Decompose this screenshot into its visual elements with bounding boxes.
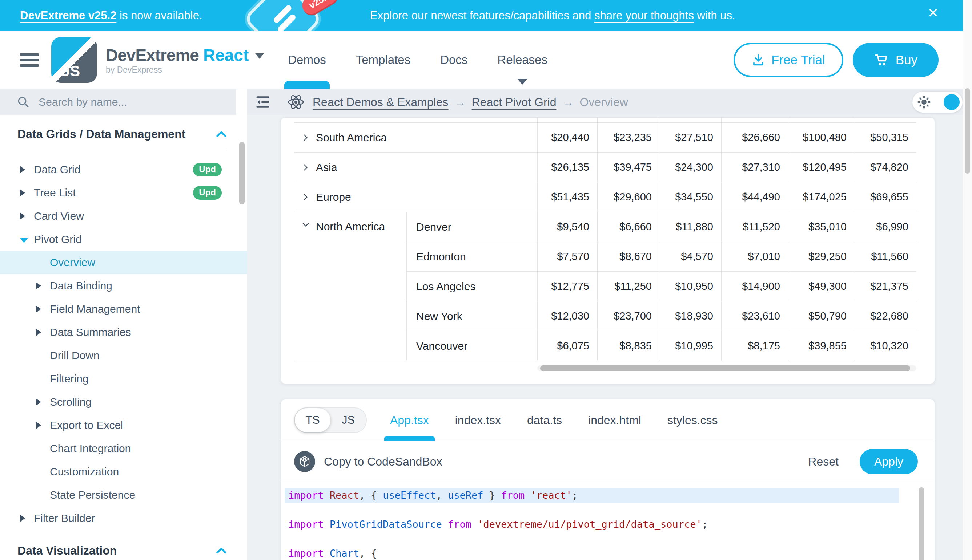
demo-sidebar: Data Grids / Data Management Data GridUp… [0, 89, 247, 560]
section-data-visualization[interactable]: Data Visualization [0, 540, 247, 560]
collapse-sidebar-icon[interactable] [254, 94, 271, 110]
ts-js-toggle[interactable]: TSJS [294, 407, 367, 433]
sidebar-item-label: Field Management [50, 303, 140, 315]
banner-left-suffix: is now available. [116, 9, 202, 22]
buy-button[interactable]: Buy [853, 43, 939, 77]
chevron-down-icon [517, 79, 527, 85]
sidebar-item-label: Overview [50, 257, 95, 269]
sidebar-item-overview[interactable]: Overview [0, 251, 247, 274]
breadcrumb-separator: → [562, 95, 574, 109]
triangle-right-icon [36, 329, 41, 336]
code-line: import React, { useEffect, useRef } from… [284, 488, 899, 503]
free-trial-button[interactable]: Free Trial [734, 43, 843, 77]
sidebar-item-filtering[interactable]: Filtering [0, 367, 247, 390]
lang-ts-option[interactable]: TS [295, 408, 330, 432]
nav-templates[interactable]: Templates [355, 31, 412, 89]
theme-toggle[interactable] [912, 92, 962, 113]
pivot-value-cell: $8,835 [597, 331, 660, 361]
pivot-value-cell: $11,560 [855, 242, 917, 272]
expand-chevron-icon[interactable] [301, 133, 310, 142]
triangle-down-icon [20, 238, 28, 243]
product-switcher[interactable]: DevExtremeReact by DevExpress [106, 45, 264, 75]
sidebar-item-state-persistence[interactable]: State Persistence [0, 483, 247, 507]
page-scrollbar[interactable] [963, 0, 972, 560]
sidebar-item-tree-list[interactable]: Tree ListUpd [0, 181, 247, 205]
pivot-row-north-america[interactable]: North America [294, 212, 407, 361]
sidebar-item-data-summaries[interactable]: Data Summaries [0, 321, 247, 344]
pivot-value-cell: $35,010 [788, 212, 855, 242]
react-icon [287, 93, 304, 111]
breadcrumb-demos-link[interactable]: React Demos & Examples [313, 95, 448, 109]
row-label: Europe [316, 191, 351, 203]
tab-index-tsx[interactable]: index.tsx [455, 400, 501, 441]
tab-data-ts[interactable]: data.ts [527, 400, 562, 441]
sidebar-item-field-management[interactable]: Field Management [0, 297, 247, 321]
sidebar-item-scrolling[interactable]: Scrolling [0, 390, 247, 413]
sidebar-item-chart-integration[interactable]: Chart Integration [0, 437, 247, 460]
pivot-value-cell: $14,900 [721, 272, 788, 302]
sidebar-item-filter-builder[interactable]: Filter Builder [0, 507, 247, 530]
banner-left-text: DevExtreme v25.2 is now available. [20, 9, 202, 22]
pivot-row-asia[interactable]: Asia [294, 153, 537, 182]
code-scrollbar[interactable] [918, 487, 924, 560]
devextreme-js-logo[interactable]: JS [51, 37, 97, 83]
pivot-value-cell: $9,540 [537, 212, 597, 242]
buy-label: Buy [896, 53, 917, 67]
tab-app-tsx[interactable]: App.tsx [390, 400, 429, 441]
pivot-value-cell: $120,495 [788, 153, 855, 182]
pivot-header-sliver [660, 118, 721, 123]
copy-to-codesandbox-button[interactable]: Copy to CodeSandBox [294, 451, 442, 472]
sidebar-item-export-to-excel[interactable]: Export to Excel [0, 413, 247, 437]
close-icon[interactable]: ✕ [928, 7, 939, 20]
chevron-down-icon [255, 53, 264, 59]
pivot-value-cell: $6,075 [537, 331, 597, 361]
expand-chevron-icon[interactable] [301, 163, 310, 172]
sidebar-item-data-binding[interactable]: Data Binding [0, 274, 247, 297]
search-icon [17, 95, 30, 108]
sidebar-item-label: Data Binding [50, 280, 112, 292]
brand-name: DevExtreme [106, 46, 199, 65]
sidebar-item-pivot-grid[interactable]: Pivot Grid [0, 228, 247, 251]
sidebar-item-data-grid[interactable]: Data GridUpd [0, 158, 247, 181]
demo-stage: South America$20,440$23,235$27,510$26,66… [247, 115, 972, 560]
collapse-chevron-icon[interactable] [301, 220, 310, 228]
sidebar-item-card-view[interactable]: Card View [0, 205, 247, 228]
breadcrumb-pivot-grid-link[interactable]: React Pivot Grid [472, 95, 556, 109]
sidebar-item-customization[interactable]: Customization [0, 460, 247, 483]
sidebar-item-label: Tree List [34, 187, 76, 199]
search-input[interactable] [38, 95, 196, 108]
reset-button[interactable]: Reset [808, 455, 838, 468]
scrollbar-thumb[interactable] [965, 88, 970, 173]
tab-index-html[interactable]: index.html [588, 400, 641, 441]
tab-styles-css[interactable]: styles.css [668, 400, 718, 441]
pivot-value-cell: $50,315 [855, 123, 917, 153]
code-editor: import React, { useEffect, useRef } from… [281, 482, 935, 560]
sidebar-scrollbar[interactable] [239, 142, 244, 205]
announcement-banner: DevExtreme v25.2 is now available. v25.2… [0, 0, 972, 31]
pivot-row-europe[interactable]: Europe [294, 182, 537, 212]
version-link[interactable]: DevExtreme v25.2 [20, 9, 116, 22]
expand-chevron-icon[interactable] [301, 193, 310, 202]
section-data-grids[interactable]: Data Grids / Data Management [0, 123, 247, 145]
nav-releases[interactable]: Releases [496, 31, 549, 89]
pivot-city-edmonton: Edmonton [407, 242, 537, 272]
pivot-value-cell: $4,570 [660, 242, 721, 272]
pivot-value-cell: $23,610 [721, 302, 788, 331]
pivot-header-sliver [721, 118, 788, 123]
lang-js-option[interactable]: JS [330, 408, 366, 432]
menu-icon[interactable] [20, 50, 39, 70]
pivot-value-cell: $18,930 [660, 302, 721, 331]
pivot-header-sliver [788, 118, 855, 123]
sidebar-items: Data GridUpdTree ListUpdCard ViewPivot G… [0, 158, 247, 530]
code-line [284, 532, 931, 546]
share-your-thoughts-link[interactable]: share your thoughts [594, 9, 694, 22]
nav-demos[interactable]: Demos [286, 31, 328, 89]
pivot-row-south-america[interactable]: South America [294, 123, 537, 153]
search-bar[interactable] [0, 89, 236, 115]
apply-button[interactable]: Apply [860, 449, 918, 474]
sidebar-item-drill-down[interactable]: Drill Down [0, 344, 247, 367]
nav-docs[interactable]: Docs [439, 31, 469, 89]
pivot-horizontal-scrollbar[interactable] [537, 365, 917, 371]
main-header: JS DevExtremeReact by DevExpress DemosTe… [0, 31, 972, 89]
scrollbar-thumb[interactable] [540, 365, 910, 371]
